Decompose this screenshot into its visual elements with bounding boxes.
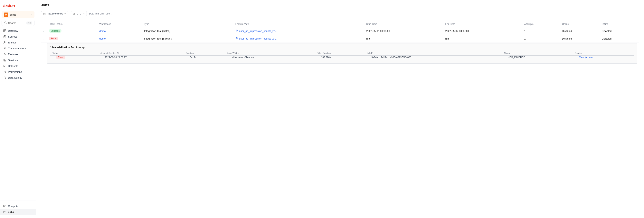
- type-cell: Integration Test (Batch): [142, 27, 233, 35]
- nav-section-bottom: Compute Jobs: [0, 203, 36, 215]
- chevron-down-icon: [64, 13, 66, 15]
- sub-col-attempt-created: Attempt Created At: [99, 51, 184, 56]
- expand-icon[interactable]: ›: [43, 30, 44, 32]
- dataflow-icon: [3, 29, 6, 32]
- sidebar-label-compute: Compute: [8, 205, 18, 208]
- time-filter-button[interactable]: Past two weeks: [41, 11, 68, 16]
- workspace-icon: D: [4, 12, 8, 17]
- sidebar-label-services: Services: [8, 59, 18, 62]
- svg-rect-9: [5, 59, 6, 60]
- data-freshness-label: Data from 1min ago: [89, 12, 110, 15]
- expanded-details-cell: 1 Materialization Job Attempt Status Att…: [41, 42, 639, 67]
- sub-col-notes: Notes: [502, 51, 573, 56]
- sub-billed-duration-cell: 183.396s: [315, 56, 366, 61]
- svg-rect-5: [5, 31, 6, 32]
- end-time-cell: n/a: [443, 35, 522, 42]
- sub-status-badge: Error: [56, 56, 65, 59]
- sidebar-label-features: Features: [8, 53, 18, 56]
- workspace-link[interactable]: demo: [99, 37, 106, 40]
- logo-text: tecton: [3, 3, 15, 8]
- svg-rect-23: [44, 13, 46, 15]
- sub-rows-written-cell: online: n/a / offline: n/a: [225, 56, 315, 61]
- svg-point-7: [4, 41, 5, 42]
- svg-point-6: [4, 35, 6, 36]
- sidebar-item-features[interactable]: Features: [0, 51, 36, 57]
- page-header: Jobs Past two weeks UTC Data from 1min a…: [36, 0, 644, 18]
- sub-duration-cell: 5m 1s: [184, 56, 225, 61]
- sidebar-item-sources[interactable]: Sources: [0, 34, 36, 39]
- compute-icon: [3, 205, 6, 208]
- features-icon: [3, 53, 6, 56]
- offline-cell: Disabled: [600, 27, 639, 35]
- sidebar-item-datasets[interactable]: Datasets: [0, 63, 36, 69]
- type-cell: Integration Test (Stream): [142, 35, 233, 42]
- online-cell: Disabled: [560, 27, 600, 35]
- sidebar-label-dataflow: Dataflow: [8, 29, 18, 32]
- svg-rect-8: [4, 59, 4, 60]
- sidebar-item-jobs[interactable]: Jobs: [0, 209, 36, 215]
- sub-col-status: Status: [50, 51, 99, 56]
- workspace-cell: demo: [97, 35, 142, 42]
- sidebar-item-compute[interactable]: Compute: [0, 203, 36, 209]
- status-badge: Success: [49, 29, 62, 33]
- toolbar: Past two weeks UTC Data from 1min ago: [41, 9, 639, 16]
- sidebar: tecton D demo › Search ⌘K Dataflow Sourc…: [0, 0, 36, 218]
- sub-table-title: 1 Materialization Job Attempt: [50, 46, 634, 49]
- svg-rect-3: [5, 29, 6, 30]
- sidebar-label-jobs: Jobs: [8, 211, 14, 214]
- svg-point-11: [5, 60, 6, 61]
- logo: tecton: [0, 0, 36, 10]
- sub-table-container: 1 Materialization Job Attempt Status Att…: [47, 43, 637, 64]
- feature-view-link[interactable]: user_ad_impression_counts_zh...: [239, 37, 277, 40]
- chevron-right-icon: ›: [31, 13, 32, 16]
- sub-col-rows-written: Rows Written: [225, 51, 315, 56]
- sidebar-item-permissions[interactable]: Permissions: [0, 69, 36, 75]
- services-icon: [3, 58, 6, 62]
- sidebar-item-data-quality[interactable]: Data Quality: [0, 75, 36, 81]
- feature-view-cell: user_ad_impression_counts_zh...: [234, 27, 364, 35]
- status-badge: Error: [49, 37, 58, 40]
- collapse-icon[interactable]: ⌄: [43, 37, 45, 40]
- end-time-cell: 2022-05-02 00:05:00: [443, 27, 522, 35]
- sidebar-label-entities: Entities: [8, 41, 16, 44]
- status-cell: Error: [47, 35, 97, 42]
- sub-notes-cell: JOB_FINISHED: [502, 56, 573, 61]
- time-filter-label: Past two weeks: [47, 12, 63, 15]
- sub-job-id-cell: 3afe4c1c7d1941ce905ce3237f08c020: [366, 56, 502, 61]
- svg-rect-15: [4, 72, 6, 73]
- sidebar-item-transformations[interactable]: Transformations: [0, 45, 36, 51]
- datasets-icon: [3, 64, 6, 67]
- refresh-icon[interactable]: [111, 12, 113, 15]
- sub-col-job-id: Job ID: [366, 51, 502, 56]
- workspace-selector[interactable]: D demo ›: [2, 11, 34, 18]
- timezone-filter-button[interactable]: UTC: [71, 11, 87, 16]
- collapse-cell[interactable]: ⌄: [41, 35, 47, 42]
- sidebar-label-sources: Sources: [8, 35, 18, 38]
- sidebar-item-services[interactable]: Services: [0, 57, 36, 63]
- timezone-chevron-icon: [83, 13, 84, 15]
- sidebar-item-entities[interactable]: Entities: [0, 39, 36, 45]
- svg-line-1: [6, 23, 6, 24]
- expand-cell[interactable]: ›: [41, 27, 47, 35]
- col-start-time: Start Time: [364, 21, 443, 27]
- data-freshness: Data from 1min ago: [89, 12, 113, 15]
- svg-rect-4: [3, 31, 4, 32]
- feature-view-link[interactable]: user_ad_impression_counts_zh...: [239, 29, 277, 32]
- jobs-table: Latest Status Workspace Type Feature Vie…: [41, 21, 639, 67]
- view-job-info-link[interactable]: View job info: [579, 56, 592, 59]
- sub-table-row: Error 2024-08-26 21:08:27 5m 1s online: …: [50, 56, 634, 61]
- sub-col-details: Details: [573, 51, 634, 56]
- svg-rect-2: [3, 29, 4, 30]
- workspace-link[interactable]: demo: [99, 29, 106, 32]
- attempts-cell: 1: [522, 27, 560, 35]
- col-feature-view: Feature View: [234, 21, 364, 27]
- sidebar-item-dataflow[interactable]: Dataflow: [0, 28, 36, 34]
- sub-table-header-row: Status Attempt Created At Duration Rows …: [50, 51, 634, 56]
- jobs-icon: [3, 210, 6, 214]
- col-offline: Offline: [600, 21, 639, 27]
- layers-icon: [236, 29, 238, 33]
- search-button[interactable]: Search ⌘K: [2, 20, 34, 26]
- col-end-time: End Time: [443, 21, 522, 27]
- col-latest-status: Latest Status: [47, 21, 97, 27]
- expanded-details-row: 1 Materialization Job Attempt Status Att…: [41, 42, 639, 67]
